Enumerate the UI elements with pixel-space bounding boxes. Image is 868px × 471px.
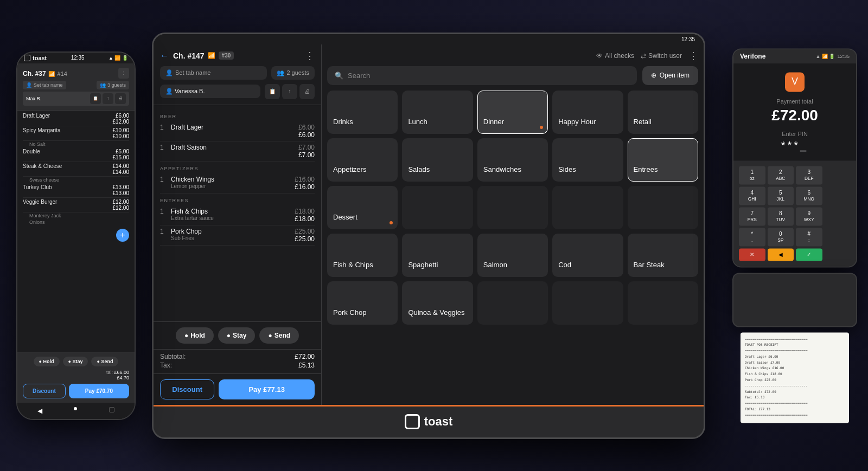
phone-add-item-btn[interactable]: + bbox=[116, 229, 129, 242]
toast-logo-icon bbox=[405, 414, 420, 429]
key-6[interactable]: 6MNO bbox=[796, 186, 822, 205]
tablet-time: 12:35 bbox=[681, 36, 695, 42]
all-checks-btn[interactable]: 👁All checks bbox=[596, 52, 634, 60]
menu-item-dessert[interactable]: Dessert bbox=[327, 186, 398, 229]
tablet-customer-action3[interactable]: 🖨 bbox=[299, 84, 315, 99]
key-hash[interactable]: #: bbox=[796, 228, 822, 246]
tablet-menu-more[interactable]: ⋮ bbox=[688, 50, 698, 62]
menu-item-salmon[interactable]: Salmon bbox=[477, 234, 548, 277]
tablet-hold-btn[interactable]: ●Hold bbox=[176, 327, 214, 344]
tablet-back-btn[interactable]: ← bbox=[160, 51, 169, 61]
key-9[interactable]: 9WXY bbox=[796, 207, 822, 225]
key-cancel[interactable]: ✕ bbox=[739, 248, 765, 261]
phone-hold-btn[interactable]: ● Hold bbox=[34, 357, 60, 366]
menu-item-cod[interactable]: Cod bbox=[552, 234, 623, 277]
section-entrees: ENTREES bbox=[160, 198, 315, 203]
search-icon: 🔍 bbox=[335, 72, 343, 80]
list-item[interactable]: 1 Chicken Wings Lemon pepper £16.00 £16.… bbox=[160, 173, 315, 193]
phone-send-btn[interactable]: ● Send bbox=[91, 357, 118, 366]
key-1[interactable]: 1oz bbox=[739, 166, 765, 184]
key-enter[interactable]: ✓ bbox=[796, 248, 822, 261]
phone-check-number: Ch. #37 bbox=[23, 70, 46, 78]
tablet-tab-name-btn[interactable]: 👤Set tab name bbox=[160, 66, 267, 80]
switch-user-btn[interactable]: ⇄Switch user bbox=[641, 52, 682, 60]
key-5[interactable]: 5JKL bbox=[768, 186, 794, 205]
phone-table-number: #14 bbox=[58, 70, 67, 77]
enter-pin-label: Enter PIN bbox=[742, 131, 847, 137]
menu-item-sandwiches[interactable]: Sandwiches bbox=[477, 138, 548, 182]
menu-item-fish-chips[interactable]: Fish & Chips bbox=[327, 234, 398, 277]
key-0[interactable]: 0SP bbox=[768, 228, 794, 246]
phone-customer-action1[interactable]: 📋 bbox=[90, 93, 101, 104]
verifone-keypad: 1oz 2ABC 3DEF 4GHI 5JKL 6MNO 7PRS 8TUV 9… bbox=[733, 160, 856, 266]
phone-header: Ch. #37 📶 #14 ⋮ 👤 Set tab name 👥 3 guest… bbox=[17, 63, 135, 111]
list-item: Turkey Club £13.00£13.00 bbox=[23, 183, 129, 198]
tablet-order-header: ← Ch. #147 📶 #30 ⋮ 👤Set bbox=[154, 44, 321, 105]
section-appetizers: APPETIZERS bbox=[160, 166, 315, 171]
menu-item-bar-steak[interactable]: Bar Steak bbox=[628, 234, 698, 277]
menu-item-retail[interactable]: Retail bbox=[628, 91, 698, 134]
tablet-customer-action2[interactable]: ↑ bbox=[282, 84, 297, 99]
list-item: Veggie Burger £12.00£12.00 bbox=[23, 198, 129, 212]
menu-item-empty-6 bbox=[552, 281, 623, 325]
list-item[interactable]: 1 Pork Chop Sub Fries £25.00 £25.00 bbox=[160, 225, 315, 246]
key-8[interactable]: 8TUV bbox=[768, 207, 794, 225]
list-item[interactable]: 1 Fish & Chips Extra tartar sauce £18.00… bbox=[160, 205, 315, 225]
menu-item-lunch[interactable]: Lunch bbox=[402, 91, 473, 134]
phone-logo-area: toast bbox=[24, 55, 47, 61]
verifone-brand-label: Verifone bbox=[740, 53, 765, 60]
key-3[interactable]: 3DEF bbox=[796, 166, 822, 184]
tablet-customer-action1[interactable]: 📋 bbox=[265, 84, 280, 99]
tablet-more-btn[interactable]: ⋮ bbox=[305, 50, 315, 62]
key-2[interactable]: 2ABC bbox=[768, 166, 794, 184]
payment-total-label: Payment total bbox=[742, 98, 847, 105]
menu-item-entrees[interactable]: Entrees bbox=[628, 138, 698, 182]
open-item-btn[interactable]: ⊕ Open item bbox=[642, 66, 698, 85]
menu-item-spaghetti[interactable]: Spaghetti bbox=[402, 234, 473, 277]
key-4[interactable]: 4GHI bbox=[739, 186, 765, 205]
phone-more-btn[interactable]: ⋮ bbox=[118, 68, 129, 79]
receipt-text: ================================ TOAST P… bbox=[745, 337, 845, 418]
phone-customer-action2[interactable]: ↑ bbox=[103, 93, 113, 104]
tablet-pay-btn[interactable]: Pay £77.13 bbox=[219, 379, 315, 399]
menu-item-appetizers[interactable]: Appetizers bbox=[327, 138, 398, 182]
tablet-order-list: BEER 1 Draft Lager £6.00 £6.00 bbox=[154, 105, 321, 321]
menu-item-empty-3 bbox=[552, 186, 623, 229]
list-item: Spicy Margarita £10.00£10.00 bbox=[23, 126, 129, 141]
key-star[interactable]: *. bbox=[739, 228, 765, 246]
verifone-brand-icon: V bbox=[785, 72, 805, 92]
pin-input[interactable]: ***_ bbox=[742, 139, 847, 152]
tablet-stay-btn[interactable]: ●Stay bbox=[218, 327, 256, 344]
key-back[interactable]: ◀ bbox=[768, 248, 794, 261]
menu-item-empty-1 bbox=[402, 186, 473, 229]
phone-logo-text: toast bbox=[33, 55, 47, 61]
menu-item-dinner[interactable]: Dinner bbox=[477, 91, 548, 134]
list-item[interactable]: 1 Draft Saison £7.00 £7.00 bbox=[160, 141, 315, 162]
tablet-customer-btn[interactable]: 👤 Vanessa B. bbox=[160, 85, 260, 98]
verifone-receipt: ================================ TOAST P… bbox=[741, 332, 849, 423]
phone-guests-btn[interactable]: 👥 3 guests bbox=[97, 81, 129, 89]
menu-item-happy-hour[interactable]: Happy Hour bbox=[552, 91, 623, 134]
tablet-guests-btn[interactable]: 👥2 guests bbox=[271, 66, 315, 80]
phone-customer-action3[interactable]: 🖨 bbox=[115, 93, 126, 104]
key-7[interactable]: 7PRS bbox=[739, 207, 765, 225]
tablet-search-field[interactable]: 🔍 Search bbox=[327, 66, 637, 85]
tablet-discount-btn[interactable]: Discount bbox=[160, 379, 214, 399]
menu-item-drinks[interactable]: Drinks bbox=[327, 91, 398, 134]
menu-item-quinoa[interactable]: Quinoa & Veggies bbox=[402, 281, 473, 325]
list-item[interactable]: 1 Draft Lager £6.00 £6.00 bbox=[160, 121, 315, 141]
plus-circle-icon: ⊕ bbox=[651, 72, 656, 79]
menu-item-sides[interactable]: Sides bbox=[552, 138, 623, 182]
phone-discount-btn[interactable]: Discount bbox=[23, 384, 66, 398]
tablet-send-btn[interactable]: ●Send bbox=[259, 327, 299, 344]
phone-stay-btn[interactable]: ● Stay bbox=[63, 357, 88, 366]
phone-time: 12:35 bbox=[71, 55, 85, 61]
phone-device: toast 12:35 ▲ 📶 🔋 Ch. #37 📶 #14 ⋮ 👤 bbox=[16, 51, 136, 420]
menu-item-pork-chop[interactable]: Pork Chop bbox=[327, 281, 398, 325]
phone-pay-btn[interactable]: Pay £70.70 bbox=[69, 384, 129, 398]
phone-app-indicator bbox=[109, 407, 114, 412]
menu-item-salads[interactable]: Salads bbox=[402, 138, 473, 182]
tablet-table-badge: #30 bbox=[219, 51, 234, 60]
verifone-device: Verifone ▲ 📶 🔋 12:35 V Payment total £72… bbox=[732, 48, 857, 423]
phone-tab-name-btn[interactable]: 👤 Set tab name bbox=[23, 81, 66, 89]
